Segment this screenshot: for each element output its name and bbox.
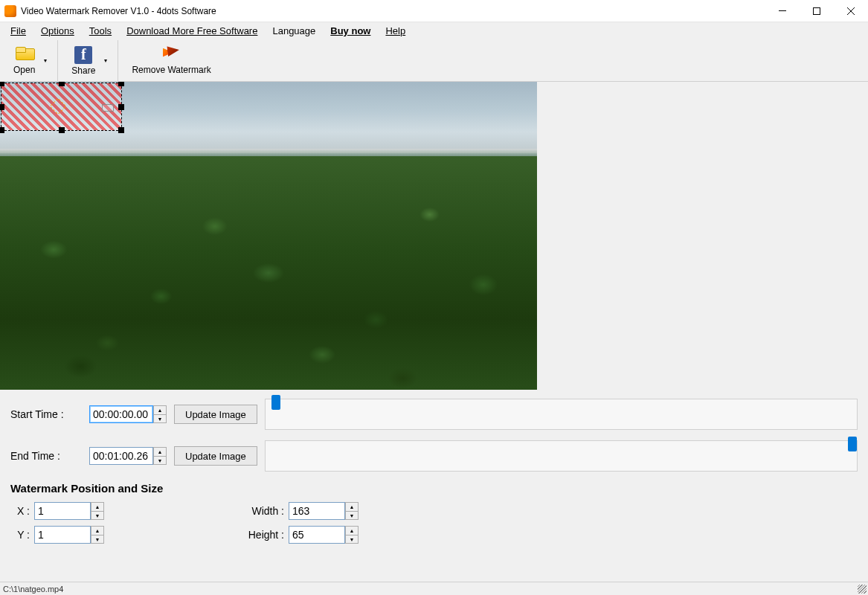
maximize-button[interactable] [800, 0, 834, 22]
end-slider-thumb[interactable] [848, 437, 857, 451]
open-button[interactable]: Open [7, 43, 41, 79]
x-label: X : [10, 505, 30, 517]
y-up[interactable]: ▲ [91, 526, 104, 535]
resize-grip[interactable] [858, 585, 867, 594]
menubar: File Options Tools Download More Free So… [0, 22, 868, 40]
close-button[interactable] [834, 0, 868, 22]
preview-side-panel [537, 82, 868, 390]
resize-handle-se[interactable] [118, 127, 124, 133]
svg-rect-0 [779, 10, 786, 11]
end-time-row: End Time : ▲ ▼ Update Image [10, 440, 858, 472]
width-label: Width : [238, 505, 284, 517]
share-button[interactable]: f Share [65, 43, 101, 79]
y-down[interactable]: ▼ [91, 535, 104, 544]
resize-handle-w[interactable] [0, 104, 4, 110]
resize-handle-e[interactable] [118, 104, 124, 110]
toolbar: Open ▾ f Share ▾ Remove Watermark [0, 40, 868, 82]
start-time-input[interactable] [89, 405, 153, 423]
folder-open-icon [16, 47, 33, 63]
position-size-grid: X : ▲▼ Y : ▲▼ Width : ▲▼ [10, 502, 858, 544]
resize-handle-ne[interactable] [118, 82, 124, 86]
resize-handle-sw[interactable] [0, 127, 4, 133]
remove-label: Remove Watermark [132, 65, 210, 75]
start-time-down[interactable]: ▼ [153, 414, 167, 423]
x-input[interactable] [34, 502, 91, 520]
start-time-row: Start Time : ▲ ▼ Update Image [10, 399, 858, 430]
menu-language[interactable]: Language [265, 24, 323, 38]
cursor-arrow-icon [163, 47, 181, 63]
region-icon [102, 104, 114, 112]
x-row: X : ▲▼ [10, 502, 104, 520]
width-row: Width : ▲▼ [238, 502, 359, 520]
workspace [0, 82, 868, 390]
update-image-start-button[interactable]: Update Image [174, 405, 257, 424]
end-time-spinner: ▲ ▼ [89, 447, 167, 465]
position-size-heading: Watermark Position and Size [10, 482, 858, 495]
menu-options[interactable]: Options [33, 24, 82, 38]
width-down[interactable]: ▼ [345, 511, 359, 520]
open-dropdown[interactable]: ▾ [41, 57, 50, 64]
end-time-up[interactable]: ▲ [153, 447, 167, 456]
menu-tools[interactable]: Tools [82, 24, 119, 38]
status-path: C:\1\natgeo.mp4 [3, 585, 63, 594]
end-slider-track[interactable] [265, 440, 858, 472]
height-row: Height : ▲▼ [238, 526, 359, 544]
end-time-down[interactable]: ▼ [153, 456, 167, 465]
controls-panel: Start Time : ▲ ▼ Update Image End Time :… [0, 390, 868, 582]
video-preview[interactable] [0, 82, 537, 390]
window-title: Video Watermark Remover V1.0 - 4dots Sof… [21, 6, 765, 16]
start-slider-track[interactable] [265, 399, 858, 430]
statusbar: C:\1\natgeo.mp4 [0, 582, 868, 595]
x-up[interactable]: ▲ [91, 502, 104, 511]
height-input[interactable] [289, 526, 345, 544]
resize-handle-n[interactable] [59, 82, 65, 86]
watermark-selection[interactable] [1, 83, 122, 131]
start-slider-thumb[interactable] [271, 395, 280, 410]
resize-handle-s[interactable] [59, 127, 65, 133]
titlebar: Video Watermark Remover V1.0 - 4dots Sof… [0, 0, 868, 22]
app-icon [4, 5, 16, 17]
menu-help[interactable]: Help [378, 24, 413, 38]
x-down[interactable]: ▼ [91, 511, 104, 520]
update-image-end-button[interactable]: Update Image [174, 446, 257, 466]
facebook-icon: f [74, 46, 92, 64]
minimize-button[interactable] [765, 0, 800, 22]
svg-rect-1 [814, 7, 820, 14]
toolbar-group-remove: Remove Watermark [118, 40, 224, 81]
window-controls [765, 0, 868, 22]
menu-buy-now[interactable]: Buy now [323, 24, 378, 38]
height-up[interactable]: ▲ [345, 526, 359, 535]
share-dropdown[interactable]: ▾ [101, 57, 110, 64]
height-label: Height : [238, 529, 284, 541]
remove-watermark-button[interactable]: Remove Watermark [126, 43, 216, 79]
resize-handle-nw[interactable] [0, 82, 4, 86]
start-time-label: Start Time : [10, 408, 82, 420]
share-label: Share [71, 65, 95, 76]
toolbar-group-share: f Share ▾ [58, 40, 118, 81]
y-label: Y : [10, 529, 30, 541]
width-up[interactable]: ▲ [345, 502, 359, 511]
y-input[interactable] [34, 526, 91, 544]
menu-download[interactable]: Download More Free Software [119, 24, 265, 38]
end-time-input[interactable] [89, 447, 153, 465]
y-row: Y : ▲▼ [10, 526, 104, 544]
menu-file[interactable]: File [3, 24, 33, 38]
open-label: Open [13, 65, 35, 75]
toolbar-group-open: Open ▾ [0, 40, 58, 81]
start-time-up[interactable]: ▲ [153, 405, 167, 414]
width-input[interactable] [289, 502, 345, 520]
start-time-spinner: ▲ ▼ [89, 405, 167, 423]
end-time-label: End Time : [10, 450, 82, 462]
height-down[interactable]: ▼ [345, 535, 359, 544]
